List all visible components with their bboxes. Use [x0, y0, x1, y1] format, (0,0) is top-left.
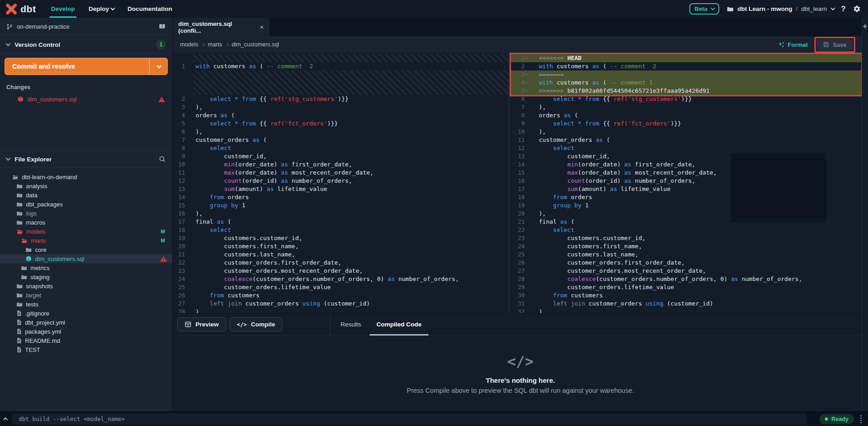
- file-tree-item[interactable]: README.md: [0, 336, 172, 345]
- line-number: 32: [510, 308, 536, 313]
- file-explorer-header[interactable]: File Explorer: [0, 151, 172, 167]
- compile-button[interactable]: </> Compile: [230, 317, 282, 331]
- code-line: 2 with customers as ( -- comment 2: [510, 62, 862, 70]
- save-button[interactable]: Save: [817, 39, 853, 50]
- file-tree-item[interactable]: logs: [0, 209, 172, 218]
- code-line: 15 group by 1: [173, 201, 509, 210]
- preview-button[interactable]: Preview: [177, 317, 226, 331]
- editor-tab[interactable]: dim_customers.sql (confli... ×: [173, 18, 269, 36]
- file-tree-item[interactable]: data: [0, 190, 172, 200]
- code-line: 26 from customers: [173, 291, 509, 300]
- code-line: 1with customers as ( -- comment 2: [173, 62, 509, 70]
- help-button[interactable]: ?: [841, 5, 846, 14]
- line-number: 13: [173, 185, 193, 193]
- file-icon: [16, 328, 22, 335]
- beta-button[interactable]: Beta: [689, 3, 719, 15]
- breadcrumb-file[interactable]: dim_customers.sql: [232, 41, 279, 48]
- file-tree-item[interactable]: target: [0, 291, 172, 300]
- left-code-pane[interactable]: 1with customers as ( -- comment 2 2 sele…: [173, 53, 509, 313]
- code-line: 22 select: [510, 226, 862, 234]
- line-number: 8: [173, 144, 193, 152]
- code-line: 21 customers.last_name,: [173, 251, 509, 259]
- line-number: 11: [510, 136, 536, 144]
- commit-dropdown-toggle[interactable]: [149, 58, 167, 75]
- changes-label: Changes: [0, 81, 172, 94]
- code-line: 21 final as (: [510, 218, 862, 226]
- chevron-up-icon[interactable]: [3, 417, 8, 422]
- dbt-x-icon: [5, 3, 17, 15]
- version-control-section: Version Control 1 Commit and resolve Cha…: [0, 35, 172, 150]
- sidebar: on-demand-practice Version Control 1 Com…: [0, 18, 173, 411]
- code-line: 9 select * from {{ ref('fct_orders')}}: [510, 120, 862, 128]
- tab-results[interactable]: Results: [333, 313, 369, 336]
- new-tab-plus-icon[interactable]: +: [862, 22, 868, 30]
- line-number: 19: [173, 234, 193, 242]
- breadcrumb-marts[interactable]: marts: [208, 41, 222, 48]
- code-line: 12 count(order_id) as number_of_orders,: [173, 177, 509, 185]
- changed-file-item[interactable]: dim_customers.sql: [0, 94, 172, 104]
- code-line: 12 select: [510, 144, 862, 152]
- version-control-header[interactable]: Version Control 1: [0, 35, 172, 54]
- line-number: 2: [510, 62, 536, 70]
- file-tree-item[interactable]: staging: [0, 272, 172, 281]
- line-number: 9: [173, 152, 193, 160]
- commit-and-resolve-button[interactable]: Commit and resolve: [5, 58, 168, 75]
- nav-item-deploy[interactable]: Deploy: [82, 0, 121, 18]
- code-line: 4+with customers as ( -- comment 1: [510, 79, 862, 87]
- more-menu-icon[interactable]: [858, 415, 863, 423]
- file-tree-item[interactable]: metrics: [0, 263, 172, 272]
- file-tree-label: README.md: [25, 337, 60, 344]
- tab-close-icon[interactable]: ×: [260, 23, 264, 31]
- line-number: 20: [510, 210, 536, 218]
- branch-selector[interactable]: on-demand-practice: [0, 18, 172, 35]
- code-line: 7customer_orders as (: [173, 136, 509, 144]
- project-breadcrumb[interactable]: dbt Learn - mwong / dbt_learn: [727, 5, 834, 12]
- file-tree-item[interactable]: snapshots: [0, 281, 172, 291]
- command-input[interactable]: dbt build --select <model_name>: [12, 414, 807, 425]
- file-tree-item[interactable]: analysis: [0, 181, 172, 190]
- file-tree-item[interactable]: tests: [0, 300, 172, 309]
- changed-file-name: dim_customers.sql: [27, 96, 76, 103]
- file-tree-item[interactable]: modelsM: [0, 227, 172, 236]
- file-tree-label: logs: [26, 210, 37, 217]
- line-number: 27: [510, 267, 536, 275]
- file-tree-item[interactable]: macros: [0, 218, 172, 227]
- folder-icon: [16, 201, 23, 207]
- code-line: 17final as (: [173, 218, 509, 226]
- file-tree-item[interactable]: TEST: [0, 345, 172, 354]
- file-tree-item[interactable]: dbt-learn-on-demand: [0, 172, 172, 181]
- nav-item-develop[interactable]: Develop: [44, 0, 82, 18]
- file-tree-item[interactable]: .gitignore: [0, 309, 172, 318]
- code-line: 13 sum(amount) as lifetime_value: [173, 185, 509, 193]
- dbt-logo[interactable]: dbt: [0, 3, 44, 15]
- code-line: 1+<<<<<<< HEAD: [510, 54, 862, 62]
- line-number: 14: [510, 160, 536, 169]
- line-number: 13: [510, 152, 536, 160]
- code-line: 31 left join customer_orders using (cust…: [510, 300, 862, 308]
- search-icon[interactable]: [159, 155, 166, 163]
- line-number: 7: [510, 103, 536, 111]
- file-tree-item[interactable]: martsM: [0, 236, 172, 245]
- tab-compiled-code[interactable]: Compiled Code: [369, 313, 429, 336]
- file-tree-item[interactable]: core: [0, 245, 172, 254]
- file-tree-item[interactable]: dbt_packages: [0, 200, 172, 209]
- git-branch-icon: [6, 23, 13, 30]
- file-tree-label: marts: [31, 237, 46, 244]
- file-tree-item[interactable]: packages.yml: [0, 327, 172, 336]
- docs-book-icon[interactable]: [158, 23, 166, 30]
- breadcrumb-models[interactable]: models: [180, 41, 198, 48]
- diff-filler: [173, 70, 509, 95]
- file-tree-item[interactable]: dbt_project.yml: [0, 318, 172, 327]
- settings-gear-icon[interactable]: [853, 5, 861, 13]
- right-code-pane[interactable]: 1+<<<<<<< HEAD 2 with customers as ( -- …: [510, 53, 868, 313]
- line-number: 21: [173, 251, 193, 259]
- chevron-down-icon: [711, 6, 715, 10]
- file-tree-item[interactable]: dim_customers.sql: [0, 254, 172, 263]
- empty-state: </> There's nothing here. Press Compile …: [173, 336, 868, 411]
- sparkle-icon: [778, 41, 785, 48]
- nav-item-documentation[interactable]: Documentation: [120, 0, 179, 18]
- code-line: 28): [173, 308, 509, 313]
- diff-editor[interactable]: 1with customers as ( -- comment 2 2 sele…: [173, 53, 868, 313]
- format-button[interactable]: Format: [778, 41, 808, 48]
- line-number: 23: [510, 234, 536, 242]
